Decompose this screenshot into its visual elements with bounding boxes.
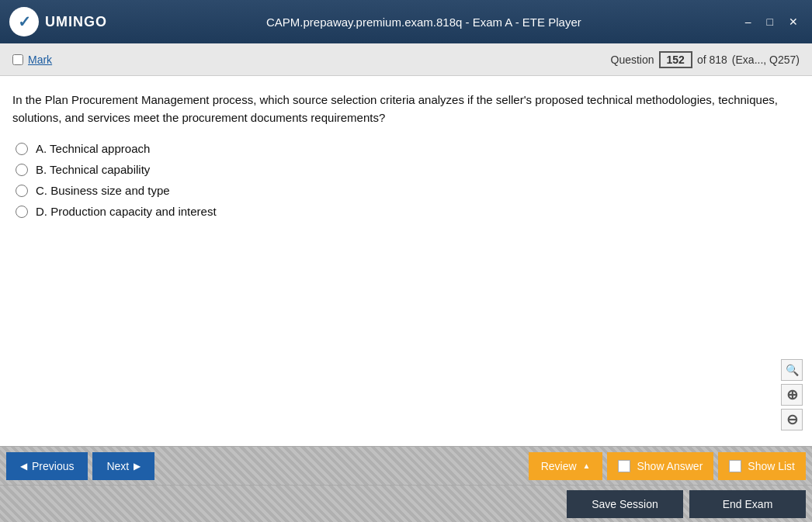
maximize-button[interactable]: □ xyxy=(762,14,778,29)
question-text: In the Plan Procurement Management proce… xyxy=(12,92,800,126)
previous-button[interactable]: ◀ Previous xyxy=(6,452,88,480)
question-header: Mark Question 152 of 818 (Exa..., Q257) xyxy=(0,43,812,76)
next-label: Next xyxy=(106,460,129,472)
option-c[interactable]: C. Business size and type xyxy=(16,184,800,197)
previous-arrow-icon: ◀ xyxy=(20,461,27,472)
save-session-button[interactable]: Save Session xyxy=(567,490,683,518)
minimize-button[interactable]: – xyxy=(741,14,756,29)
show-answer-label: Show Answer xyxy=(637,460,703,472)
question-label: Question xyxy=(611,54,654,66)
option-d-radio[interactable] xyxy=(16,206,28,218)
options-list: A. Technical approach B. Technical capab… xyxy=(16,142,800,218)
question-exam-info: (Exa..., Q257) xyxy=(732,54,800,66)
review-label: Review xyxy=(541,460,577,472)
title-bar: ✓ UMINGO CAPM.prepaway.premium.exam.818q… xyxy=(0,0,812,43)
logo-icon: ✓ xyxy=(9,7,39,36)
window-title: CAPM.prepaway.premium.exam.818q - Exam A… xyxy=(266,16,581,29)
option-a-radio[interactable] xyxy=(16,143,28,155)
zoom-in-icon: ⊕ xyxy=(786,386,798,403)
question-body: In the Plan Procurement Management proce… xyxy=(0,76,812,446)
zoom-out-icon: ⊖ xyxy=(786,411,798,428)
bottom-action-bar: Save Session End Exam xyxy=(0,485,812,522)
review-button[interactable]: Review ▲ xyxy=(529,452,603,480)
show-list-label: Show List xyxy=(748,460,795,472)
zoom-in-button[interactable]: ⊕ xyxy=(781,384,803,406)
mark-area[interactable]: Mark xyxy=(12,54,52,66)
option-b-radio[interactable] xyxy=(16,164,28,176)
show-answer-button[interactable]: Show Answer xyxy=(607,452,713,480)
show-answer-checkbox-icon xyxy=(618,460,630,472)
previous-label: Previous xyxy=(32,460,74,472)
option-d[interactable]: D. Production capacity and interest xyxy=(16,205,800,218)
bottom-nav: ◀ Previous Next ▶ Review ▲ Show Answer S… xyxy=(0,446,812,485)
close-button[interactable]: ✕ xyxy=(784,14,803,29)
search-button[interactable]: 🔍 xyxy=(781,359,803,381)
option-b-label: B. Technical capability xyxy=(36,163,150,176)
option-b[interactable]: B. Technical capability xyxy=(16,163,800,176)
end-exam-button[interactable]: End Exam xyxy=(689,490,806,518)
question-number-box: 152 xyxy=(659,51,692,68)
next-arrow-icon: ▶ xyxy=(134,461,141,472)
show-list-checkbox-icon xyxy=(729,460,741,472)
window-controls: – □ ✕ xyxy=(741,14,803,29)
review-arrow-icon: ▲ xyxy=(583,462,591,470)
question-number-area: Question 152 of 818 (Exa..., Q257) xyxy=(611,51,800,68)
option-a-label: A. Technical approach xyxy=(36,142,150,155)
question-of-total: of 818 xyxy=(697,54,727,66)
main-container: Mark Question 152 of 818 (Exa..., Q257) … xyxy=(0,43,812,522)
option-d-label: D. Production capacity and interest xyxy=(36,205,217,218)
search-icon: 🔍 xyxy=(786,364,799,376)
mark-checkbox[interactable] xyxy=(12,54,23,65)
zoom-out-button[interactable]: ⊖ xyxy=(781,409,803,430)
title-bar-left: ✓ UMINGO xyxy=(9,7,107,36)
option-c-label: C. Business size and type xyxy=(36,184,170,197)
option-c-radio[interactable] xyxy=(16,185,28,197)
zoom-controls: 🔍 ⊕ ⊖ xyxy=(781,359,803,430)
option-a[interactable]: A. Technical approach xyxy=(16,142,800,155)
mark-label[interactable]: Mark xyxy=(28,54,52,66)
app-logo-text: UMINGO xyxy=(45,14,107,30)
show-list-button[interactable]: Show List xyxy=(718,452,806,480)
next-button[interactable]: Next ▶ xyxy=(92,452,154,480)
